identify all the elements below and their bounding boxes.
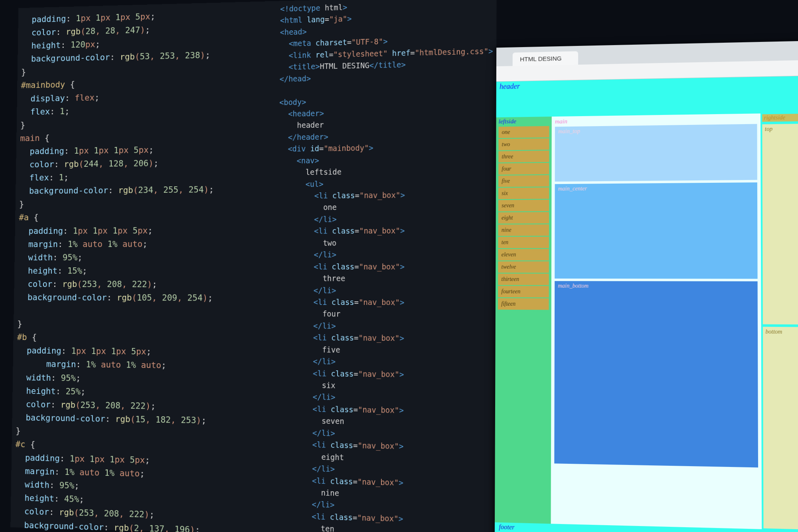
rightside-bottom: bottom bbox=[763, 326, 798, 529]
code-line[interactable]: <li class="nav_box"> bbox=[278, 296, 493, 309]
code-line[interactable]: leftside bbox=[279, 165, 493, 179]
rightside-label: rightside bbox=[762, 114, 798, 122]
code-line[interactable]: margin: 1% auto 1% auto; bbox=[18, 237, 269, 251]
code-line[interactable]: </li> bbox=[278, 249, 494, 261]
code-line[interactable]: } bbox=[17, 317, 268, 332]
code-line[interactable]: <li class="nav_box"> bbox=[278, 225, 493, 237]
render-header: header bbox=[496, 76, 798, 117]
browser-preview: HTML DESING header leftside onetwothreef… bbox=[495, 0, 798, 532]
nav-list: onetwothreefourfivesixseveneightninetene… bbox=[498, 126, 549, 310]
code-line[interactable]: height: 15%; bbox=[18, 264, 269, 278]
code-line[interactable]: } bbox=[19, 196, 269, 211]
code-line[interactable]: flex: 1; bbox=[20, 169, 270, 184]
nav-item[interactable]: three bbox=[498, 150, 549, 162]
render-rightside: rightside top bottom bbox=[760, 113, 798, 530]
nav-item[interactable]: two bbox=[498, 138, 549, 150]
nav-item[interactable]: six bbox=[498, 188, 549, 200]
code-line[interactable]: #a { bbox=[19, 210, 269, 224]
nav-item[interactable]: seven bbox=[498, 200, 549, 211]
nav-item[interactable]: eight bbox=[498, 212, 549, 223]
nav-item[interactable]: four bbox=[498, 163, 549, 175]
browser-window: HTML DESING header leftside onetwothreef… bbox=[495, 41, 798, 532]
nav-item[interactable]: fifteen bbox=[498, 298, 549, 310]
code-line[interactable]: three bbox=[278, 273, 493, 285]
code-line[interactable]: #b { bbox=[17, 331, 268, 346]
html-editor-pane[interactable]: <!doctype html><html lang="ja"><head> <m… bbox=[270, 0, 497, 532]
code-line[interactable]: <li class="nav_box"> bbox=[277, 332, 493, 345]
code-line[interactable]: color: rgb(253, 208, 222); bbox=[18, 277, 269, 291]
nav-item[interactable]: twelve bbox=[498, 261, 549, 273]
render-body: leftside onetwothreefourfivesixseveneigh… bbox=[495, 113, 798, 530]
main-center-box: main_center bbox=[555, 182, 757, 279]
nav-item[interactable]: fourteen bbox=[498, 286, 549, 297]
nav-item[interactable]: ten bbox=[498, 237, 549, 248]
code-line[interactable]: two bbox=[278, 237, 493, 249]
render-main: main main_top main_center main_bottom bbox=[551, 113, 762, 529]
code-line[interactable]: background-color: rgb(234, 255, 254); bbox=[19, 182, 269, 198]
code-line[interactable]: one bbox=[279, 201, 494, 214]
nav-item[interactable]: five bbox=[498, 175, 549, 187]
nav-item[interactable]: one bbox=[498, 126, 549, 138]
nav-item[interactable]: thirteen bbox=[498, 273, 549, 285]
code-line[interactable]: </li> bbox=[278, 213, 493, 225]
main-top-box: main_top bbox=[555, 124, 757, 182]
nav-item[interactable]: eleven bbox=[498, 249, 549, 261]
code-line[interactable]: <li class="nav_box"> bbox=[278, 261, 493, 273]
code-line[interactable]: padding: 1px 1px 1px 5px; bbox=[19, 223, 269, 237]
main-label: main bbox=[555, 115, 757, 125]
code-line[interactable]: width: 95%; bbox=[18, 251, 269, 264]
rendered-page: header leftside onetwothreefourfivesixse… bbox=[495, 76, 798, 532]
code-line[interactable]: four bbox=[277, 308, 493, 321]
render-leftside: leftside onetwothreefourfivesixseveneigh… bbox=[495, 117, 552, 524]
nav-item[interactable]: nine bbox=[498, 224, 549, 236]
code-line[interactable]: <li class="nav_box"> bbox=[279, 189, 494, 202]
code-line[interactable]: </li> bbox=[278, 285, 493, 297]
code-line[interactable] bbox=[18, 304, 269, 319]
rightside-top: top bbox=[762, 124, 798, 324]
main-bottom-box: main_bottom bbox=[554, 281, 758, 467]
browser-tab[interactable]: HTML DESING bbox=[513, 51, 578, 66]
css-editor-pane[interactable]: padding: 1px 1px 1px 5px; color: rgb(28,… bbox=[10, 1, 275, 532]
code-line[interactable]: </li> bbox=[277, 320, 493, 333]
code-line[interactable]: background-color: rgb(105, 209, 254); bbox=[18, 291, 268, 305]
code-line[interactable]: <ul> bbox=[279, 177, 494, 190]
leftside-label: leftside bbox=[499, 118, 516, 125]
